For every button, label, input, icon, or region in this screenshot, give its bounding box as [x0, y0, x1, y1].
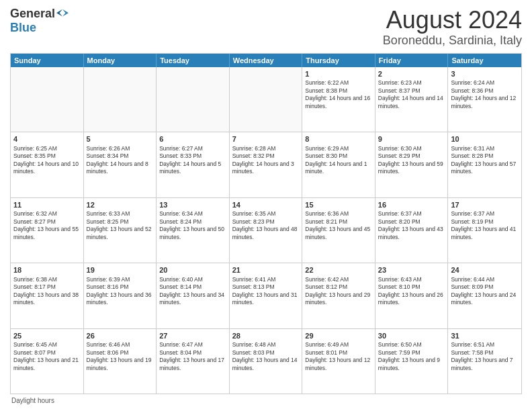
day-info: Sunrise: 6:39 AM: [87, 276, 154, 283]
day-info: Daylight: 13 hours and 21 minutes.: [13, 357, 81, 372]
day-info: Sunset: 7:58 PM: [451, 349, 519, 357]
day-number: 14: [232, 200, 300, 210]
calendar-subtitle: Boroneddu, Sardinia, Italy: [383, 34, 522, 48]
day-number: 20: [159, 265, 226, 275]
day-info: Sunrise: 6:45 AM: [13, 341, 81, 349]
calendar-cell: 28Sunrise: 6:48 AMSunset: 8:03 PMDayligh…: [230, 329, 303, 394]
calendar-cell: 20Sunrise: 6:40 AMSunset: 8:14 PMDayligh…: [157, 263, 230, 328]
weekday-tuesday: Tuesday: [157, 54, 230, 67]
day-number: 9: [378, 134, 445, 144]
day-number: 12: [87, 200, 154, 210]
day-info: Sunset: 8:16 PM: [87, 283, 154, 291]
day-info: Sunset: 8:34 PM: [87, 152, 154, 160]
day-info: Sunset: 8:35 PM: [13, 152, 81, 160]
calendar-cell: 15Sunrise: 6:36 AMSunset: 8:21 PMDayligh…: [302, 198, 375, 263]
day-info: Sunrise: 6:47 AM: [159, 341, 226, 349]
day-info: Daylight: 13 hours and 57 minutes.: [451, 161, 519, 176]
calendar-row-3: 11Sunrise: 6:32 AMSunset: 8:27 PMDayligh…: [11, 198, 521, 263]
day-info: Daylight: 13 hours and 36 minutes.: [87, 291, 154, 307]
logo-blue-text: Blue: [10, 21, 36, 35]
header: General Blue August 2024 Boroneddu, Sard…: [10, 7, 522, 48]
day-info: Sunset: 8:12 PM: [305, 283, 372, 291]
day-number: 18: [13, 265, 81, 275]
day-info: Daylight: 13 hours and 9 minutes.: [378, 357, 445, 372]
calendar-cell: [157, 67, 230, 132]
calendar-header: Sunday Monday Tuesday Wednesday Thursday…: [11, 54, 521, 67]
calendar-cell: [11, 67, 84, 132]
day-info: Daylight: 13 hours and 17 minutes.: [159, 357, 226, 372]
day-number: 2: [378, 69, 445, 79]
calendar-row-1: 1Sunrise: 6:22 AMSunset: 8:38 PMDaylight…: [11, 67, 521, 132]
day-info: Sunset: 8:14 PM: [159, 283, 226, 291]
calendar-cell: 3Sunrise: 6:24 AMSunset: 8:36 PMDaylight…: [448, 67, 521, 132]
day-number: 11: [13, 200, 81, 210]
day-info: Sunset: 8:09 PM: [451, 283, 519, 291]
calendar-cell: 19Sunrise: 6:39 AMSunset: 8:16 PMDayligh…: [84, 263, 157, 328]
title-block: August 2024 Boroneddu, Sardinia, Italy: [383, 7, 522, 48]
calendar-cell: 7Sunrise: 6:28 AMSunset: 8:32 PMDaylight…: [230, 132, 303, 197]
day-number: 13: [159, 200, 226, 210]
day-number: 15: [305, 200, 372, 210]
calendar-cell: 18Sunrise: 6:38 AMSunset: 8:17 PMDayligh…: [11, 263, 84, 328]
day-info: Sunset: 8:01 PM: [305, 349, 372, 357]
calendar-cell: 21Sunrise: 6:41 AMSunset: 8:13 PMDayligh…: [230, 263, 303, 328]
day-info: Sunset: 8:03 PM: [232, 349, 300, 357]
calendar-cell: 24Sunrise: 6:44 AMSunset: 8:09 PMDayligh…: [448, 263, 521, 328]
day-info: Sunrise: 6:43 AM: [378, 276, 445, 283]
day-info: Daylight: 13 hours and 59 minutes.: [378, 161, 445, 176]
day-info: Sunset: 8:27 PM: [13, 218, 81, 226]
day-info: Daylight: 13 hours and 24 minutes.: [451, 291, 519, 307]
day-info: Daylight: 14 hours and 16 minutes.: [305, 95, 372, 110]
day-info: Sunset: 8:28 PM: [451, 152, 519, 160]
day-info: Sunset: 8:24 PM: [159, 218, 226, 226]
day-info: Sunrise: 6:40 AM: [159, 276, 226, 283]
calendar-body: 1Sunrise: 6:22 AMSunset: 8:38 PMDaylight…: [11, 67, 521, 394]
day-info: Sunrise: 6:26 AM: [87, 145, 154, 152]
footer-note: Daylight hours: [10, 397, 522, 404]
day-info: Daylight: 13 hours and 19 minutes.: [87, 357, 154, 372]
day-info: Daylight: 14 hours and 8 minutes.: [87, 161, 154, 176]
calendar-row-5: 25Sunrise: 6:45 AMSunset: 8:07 PMDayligh…: [11, 329, 521, 394]
weekday-thursday: Thursday: [302, 54, 375, 67]
day-info: Sunrise: 6:48 AM: [232, 341, 300, 349]
day-number: 27: [159, 331, 226, 341]
day-number: 3: [451, 69, 519, 79]
day-info: Sunrise: 6:33 AM: [87, 210, 154, 218]
day-info: Sunrise: 6:24 AM: [451, 79, 519, 87]
day-number: 7: [232, 134, 300, 144]
day-info: Sunset: 8:38 PM: [305, 87, 372, 95]
day-info: Sunrise: 6:35 AM: [232, 210, 300, 218]
day-info: Sunrise: 6:29 AM: [305, 145, 372, 152]
day-number: 21: [232, 265, 300, 275]
day-info: Sunset: 8:06 PM: [87, 349, 154, 357]
logo-general-text: General: [10, 7, 55, 21]
day-info: Sunset: 8:19 PM: [451, 218, 519, 226]
day-info: Daylight: 13 hours and 14 minutes.: [232, 357, 300, 372]
day-info: Sunset: 8:04 PM: [159, 349, 226, 357]
calendar-cell: 27Sunrise: 6:47 AMSunset: 8:04 PMDayligh…: [157, 329, 230, 394]
weekday-sunday: Sunday: [11, 54, 84, 67]
logo: General Blue: [10, 7, 69, 35]
calendar-cell: 6Sunrise: 6:27 AMSunset: 8:33 PMDaylight…: [157, 132, 230, 197]
day-info: Sunset: 8:20 PM: [378, 218, 445, 226]
calendar: Sunday Monday Tuesday Wednesday Thursday…: [10, 53, 522, 394]
day-info: Sunrise: 6:41 AM: [232, 276, 300, 283]
weekday-saturday: Saturday: [448, 54, 521, 67]
calendar-cell: 26Sunrise: 6:46 AMSunset: 8:06 PMDayligh…: [84, 329, 157, 394]
calendar-cell: 11Sunrise: 6:32 AMSunset: 8:27 PMDayligh…: [11, 198, 84, 263]
day-info: Sunset: 8:25 PM: [87, 218, 154, 226]
day-info: Sunrise: 6:23 AM: [378, 79, 445, 87]
calendar-cell: 12Sunrise: 6:33 AMSunset: 8:25 PMDayligh…: [84, 198, 157, 263]
day-info: Daylight: 13 hours and 31 minutes.: [232, 291, 300, 307]
calendar-cell: 30Sunrise: 6:50 AMSunset: 7:59 PMDayligh…: [375, 329, 449, 394]
day-info: Sunrise: 6:37 AM: [451, 210, 519, 218]
day-number: 22: [305, 265, 372, 275]
day-info: Daylight: 13 hours and 52 minutes.: [87, 226, 154, 241]
day-info: Sunset: 8:36 PM: [451, 87, 519, 95]
day-number: 10: [451, 134, 519, 144]
day-info: Daylight: 14 hours and 5 minutes.: [159, 161, 226, 176]
day-number: 17: [451, 200, 519, 210]
day-info: Daylight: 13 hours and 50 minutes.: [159, 226, 226, 241]
day-info: Sunset: 8:13 PM: [232, 283, 300, 291]
calendar-cell: 22Sunrise: 6:42 AMSunset: 8:12 PMDayligh…: [302, 263, 375, 328]
